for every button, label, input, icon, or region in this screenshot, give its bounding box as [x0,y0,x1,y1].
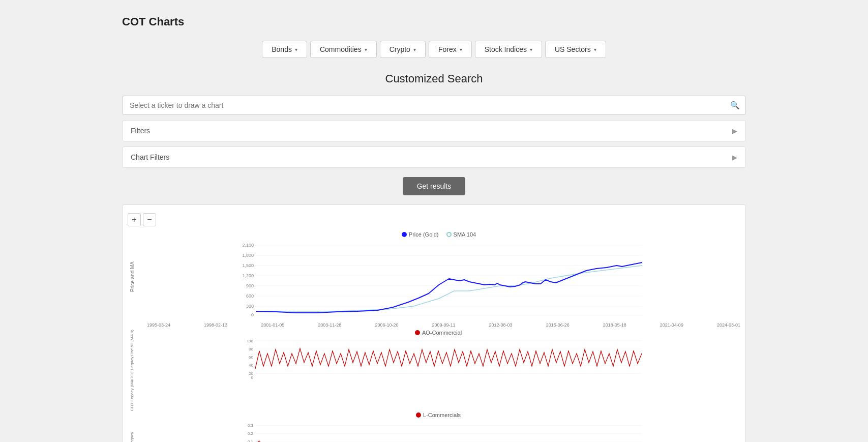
l-commercials-legend-dot [416,412,421,418]
sma-legend-label: SMA 104 [454,231,476,238]
svg-text:1,800: 1,800 [242,253,254,258]
filters-label: Filters [131,127,150,135]
svg-text:0.1: 0.1 [248,439,254,442]
svg-text:60: 60 [249,355,253,360]
us-sectors-caret-icon: ▾ [594,47,596,52]
stock-caret-icon: ▾ [530,47,532,52]
crypto-caret-icon: ▾ [413,47,416,52]
tab-bonds[interactable]: Bonds ▾ [262,41,307,58]
sma-legend-dot [446,232,452,237]
svg-text:600: 600 [246,293,254,299]
zoom-in-button[interactable]: + [128,213,141,226]
ao-legend-dot [415,330,420,335]
price-legend-dot [402,232,407,237]
svg-text:2,100: 2,100 [242,243,254,248]
tab-stock-indices[interactable]: Stock Indices ▾ [475,41,542,58]
filters-chevron-icon: ▶ [732,127,737,135]
get-results-button[interactable]: Get results [403,177,466,195]
svg-text:0: 0 [251,312,254,317]
section-title: Customized Search [122,72,746,85]
filters-panel[interactable]: Filters ▶ [122,120,746,141]
svg-text:40: 40 [249,363,253,368]
svg-text:80: 80 [249,347,253,351]
chart-filters-panel[interactable]: Chart Filters ▶ [122,146,746,168]
page-title: COT Charts [122,15,746,28]
tab-us-sectors[interactable]: US Sectors ▾ [545,41,606,58]
cot2-chart-svg: 0.3 0.2 0.1 0 -0.1 -0.2 [136,421,740,442]
svg-text:100: 100 [247,339,254,343]
cot1-y-axis-label: COT Legacy (MAOOT Legacy Osc.52 (MA 8) [128,330,136,411]
tab-commodities[interactable]: Commodities ▾ [310,41,377,58]
price-chart-svg: 2,100 1,800 1,500 1,200 900 600 300 0 [137,240,740,321]
ticker-search-input[interactable] [122,96,746,115]
tab-crypto[interactable]: Crypto ▾ [380,41,426,58]
price-chart-legend: Price (Gold) SMA 104 [137,231,740,238]
ticker-search-container: 🔍 [122,96,746,115]
svg-text:900: 900 [246,283,254,288]
svg-text:1,500: 1,500 [242,263,254,268]
chart-zoom-controls: + − [128,213,740,226]
charts-area: Price and MA Price (Gold) SMA 104 [128,231,740,442]
svg-text:0: 0 [251,375,254,379]
chart-filters-label: Chart Filters [131,153,169,161]
chart-container: + − Price and MA Price (Gold) SMA 104 [122,204,746,442]
chart-filters-chevron-icon: ▶ [732,154,737,161]
svg-text:300: 300 [246,304,254,309]
tab-forex[interactable]: Forex ▾ [429,41,472,58]
x-axis-labels: 1995-03-24 1998-02-13 2001-01-05 2003-11… [147,321,740,328]
cot1-chart-svg: 100 80 60 40 20 0 [136,338,740,379]
ao-legend-label: AO-Commercial [422,330,462,336]
price-legend-label: Price (Gold) [409,231,439,238]
svg-text:0.2: 0.2 [248,431,254,436]
cot2-y-axis-label: COT Legacy [128,412,136,442]
cot1-chart-legend: AO-Commercial [136,330,740,336]
zoom-out-button[interactable]: − [143,213,156,226]
price-y-axis-label: Price and MA [128,231,137,321]
forex-caret-icon: ▾ [460,47,462,52]
commodities-caret-icon: ▾ [365,47,367,52]
svg-text:1,200: 1,200 [242,273,254,278]
cot2-chart-legend: L-Commercials [136,412,740,419]
l-commercials-legend-label: L-Commercials [423,412,461,418]
bonds-caret-icon: ▾ [295,47,297,52]
svg-text:0.3: 0.3 [248,423,254,428]
main-nav: Bonds ▾ Commodities ▾ Crypto ▾ Forex ▾ S… [122,41,746,58]
